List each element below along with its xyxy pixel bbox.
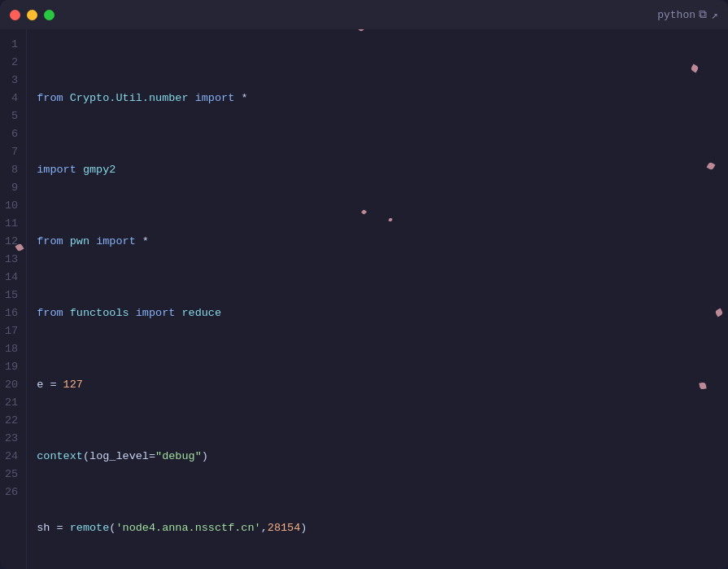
code-line-7: sh = remote('node4.anna.nssctf.cn',28154… [37, 519, 728, 537]
mod-crypto: Crypto.Util.number [70, 90, 195, 107]
line-num-1: 1 [5, 36, 21, 54]
line-num-6: 6 [5, 125, 21, 143]
code-line-4: from functools import reduce [37, 304, 728, 322]
kw-import4: import [136, 304, 182, 322]
titlebar: python ⧉ ↗ [0, 0, 728, 29]
window: python ⧉ ↗ 1 2 3 4 5 6 7 8 9 10 11 12 13… [0, 0, 728, 569]
kw-from: from [37, 90, 70, 107]
code-content[interactable]: from Crypto.Util.number import * import … [27, 29, 728, 569]
var-e: e [37, 376, 50, 394]
line-numbers: 1 2 3 4 5 6 7 8 9 10 11 12 13 14 15 16 1… [0, 29, 27, 569]
line-num-19: 19 [5, 358, 21, 376]
kw-import: import [195, 90, 242, 107]
line-num-16: 16 [5, 304, 21, 322]
kw-from4: from [37, 304, 70, 322]
op-eq5: = [50, 376, 63, 394]
line-num-18: 18 [5, 340, 21, 358]
line-num-2: 2 [5, 54, 21, 72]
line-num-22: 22 [5, 412, 21, 430]
fn-reduce: reduce [181, 304, 221, 322]
traffic-lights [10, 10, 54, 20]
line-num-10: 10 [5, 197, 21, 215]
line-num-13: 13 [5, 251, 21, 269]
op-star3: * [142, 233, 149, 251]
line-num-11: 11 [5, 215, 21, 233]
kw-from3: from [37, 233, 70, 251]
line-num-3: 3 [5, 72, 21, 90]
line-num-15: 15 [5, 287, 21, 304]
code-line-6: context(log_level="debug") [37, 448, 728, 466]
line-num-26: 26 [5, 484, 21, 501]
minimize-button[interactable] [27, 10, 37, 20]
line-num-21: 21 [5, 394, 21, 412]
share-icon[interactable]: ↗ [712, 8, 718, 22]
line-num-12: 12 [5, 233, 21, 251]
fn-context: context [37, 448, 83, 466]
line-num-20: 20 [5, 376, 21, 394]
mod-functools: functools [70, 304, 136, 322]
lang-icons: ⧉ ↗ [699, 8, 718, 22]
language-label: python [657, 9, 695, 21]
line-num-5: 5 [5, 107, 21, 125]
copy-icon[interactable]: ⧉ [699, 8, 707, 22]
code-line-5: e = 127 [37, 376, 728, 394]
num-127: 127 [63, 376, 83, 394]
line-num-4: 4 [5, 90, 21, 107]
code-line-1: from Crypto.Util.number import * [37, 90, 728, 107]
maximize-button[interactable] [44, 10, 54, 20]
kw-import3: import [96, 233, 142, 251]
mod-gmpy2: gmpy2 [83, 161, 116, 179]
kw-import2: import [37, 161, 83, 179]
line-num-24: 24 [5, 448, 21, 466]
line-num-23: 23 [5, 430, 21, 448]
close-button[interactable] [10, 10, 20, 20]
line-num-17: 17 [5, 322, 21, 340]
code-area: 1 2 3 4 5 6 7 8 9 10 11 12 13 14 15 16 1… [0, 29, 728, 569]
mod-pwn: pwn [70, 233, 96, 251]
line-num-14: 14 [5, 269, 21, 287]
line-num-9: 9 [5, 179, 21, 197]
code-line-2: import gmpy2 [37, 161, 728, 179]
line-num-25: 25 [5, 466, 21, 484]
line-num-7: 7 [5, 143, 21, 161]
line-num-8: 8 [5, 161, 21, 179]
op-star: * [241, 90, 247, 107]
code-line-3: from pwn import * [37, 233, 728, 251]
